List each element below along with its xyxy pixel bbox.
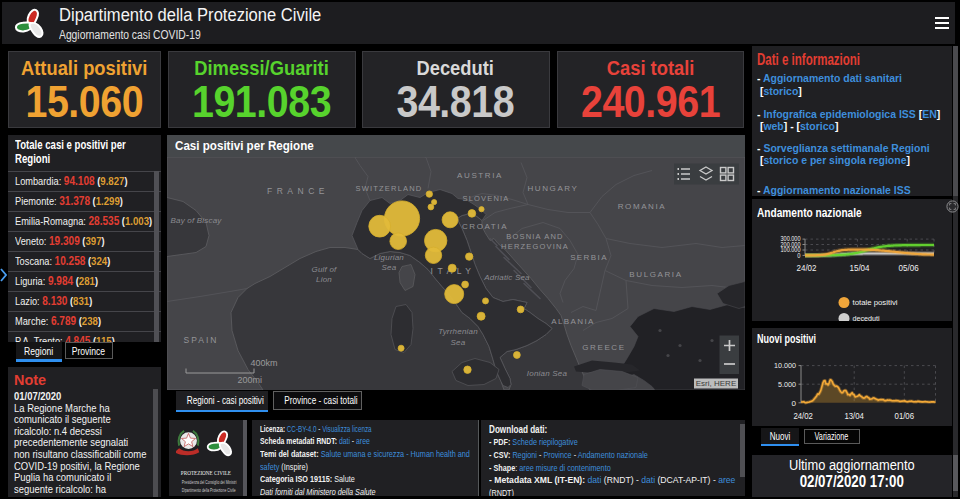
svg-text:400km: 400km (251, 357, 278, 367)
svg-text:HERZEGOVINA: HERZEGOVINA (501, 241, 569, 250)
svg-text:ROMANIA: ROMANIA (618, 201, 667, 210)
svg-text:0: 0 (792, 398, 797, 407)
svg-text:SLOVENIA: SLOVENIA (462, 193, 509, 202)
svg-text:13/04: 13/04 (844, 410, 864, 420)
svg-text:totale positivi: totale positivi (853, 298, 898, 307)
svg-text:24/02: 24/02 (797, 263, 817, 273)
svg-text:200mi: 200mi (238, 375, 263, 385)
svg-text:Ionian Sea: Ionian Sea (527, 368, 568, 377)
svg-text:deceduti: deceduti (853, 314, 880, 321)
svg-text:ALBANIA: ALBANIA (551, 316, 595, 325)
svg-text:BULGARIA: BULGARIA (629, 269, 682, 278)
svg-text:01/06: 01/06 (895, 410, 915, 420)
svg-text:AUSTRIA: AUSTRIA (457, 170, 503, 179)
svg-text:10.000: 10.000 (774, 361, 796, 370)
svg-text:GREECE: GREECE (582, 342, 625, 351)
svg-text:0: 0 (797, 252, 800, 259)
svg-text:24/02: 24/02 (793, 410, 813, 420)
svg-text:Bay of Biscay: Bay of Biscay (170, 215, 222, 224)
svg-text:Sea: Sea (451, 337, 466, 346)
svg-text:Ligurian: Ligurian (374, 252, 404, 261)
svg-text:05/06: 05/06 (899, 263, 919, 273)
svg-text:SPAIN: SPAIN (184, 334, 219, 344)
svg-text:FRANCE: FRANCE (267, 185, 329, 195)
svg-text:Sea: Sea (382, 262, 397, 271)
svg-text:15/04: 15/04 (850, 263, 870, 273)
svg-text:SWITZERLAND: SWITZERLAND (356, 183, 423, 192)
svg-text:HUNGARY: HUNGARY (527, 183, 578, 192)
svg-text:Esri, HERE: Esri, HERE (696, 379, 736, 388)
svg-text:BOSNIA AND: BOSNIA AND (506, 231, 563, 240)
svg-text:5.000: 5.000 (778, 379, 796, 388)
svg-text:CROATIA: CROATIA (462, 221, 508, 230)
svg-text:SERBIA: SERBIA (570, 252, 608, 261)
svg-text:Gulf of: Gulf of (312, 264, 338, 273)
svg-text:Adriatic Sea: Adriatic Sea (483, 272, 530, 281)
svg-text:Lion: Lion (316, 274, 332, 283)
svg-text:Tyrrhenian: Tyrrhenian (438, 326, 478, 335)
